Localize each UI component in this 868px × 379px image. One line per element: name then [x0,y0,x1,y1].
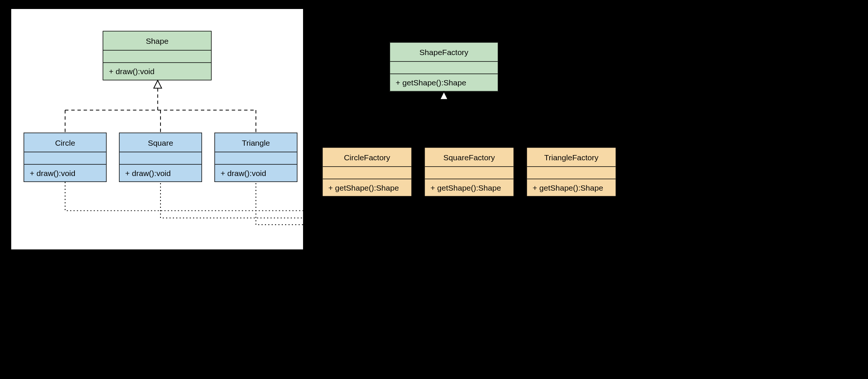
class-ops: + draw():void [103,63,211,80]
class-name: Circle [24,133,106,152]
class-triangle: Triangle + draw():void [214,133,297,182]
class-ops: + getShape():Shape [390,74,498,91]
class-name: CircleFactory [323,148,412,167]
class-ops: + draw():void [215,164,297,182]
class-shapefactory: ShapeFactory + getShape():Shape [389,42,498,92]
class-attrs [120,152,202,164]
diagram-stage: Shape + draw():void Circle + draw():void… [0,0,868,253]
class-name: Shape [103,31,211,50]
class-trianglefactory: TriangleFactory + getShape():Shape [526,147,616,197]
class-circlefactory: CircleFactory + getShape():Shape [322,147,412,197]
class-attrs [215,152,297,164]
class-attrs [425,166,514,179]
class-name: Triangle [215,133,297,152]
class-name: TriangleFactory [527,148,616,167]
class-name: Square [120,133,202,152]
class-squarefactory: SquareFactory + getShape():Shape [424,147,514,197]
class-shape: Shape + draw():void [103,31,212,81]
class-attrs [24,152,106,164]
class-attrs [323,166,412,179]
class-ops: + getShape():Shape [425,179,514,196]
class-square: Square + draw():void [119,133,202,182]
class-attrs [103,50,211,63]
class-attrs [527,166,616,179]
class-ops: + draw():void [24,164,106,182]
class-attrs [390,61,498,74]
svg-marker-6 [440,92,448,100]
class-ops: + getShape():Shape [323,179,412,196]
class-name: SquareFactory [425,148,514,167]
class-ops: + draw():void [120,164,202,182]
class-circle: Circle + draw():void [24,133,107,182]
class-ops: + getShape():Shape [527,179,616,196]
class-name: ShapeFactory [390,43,498,61]
